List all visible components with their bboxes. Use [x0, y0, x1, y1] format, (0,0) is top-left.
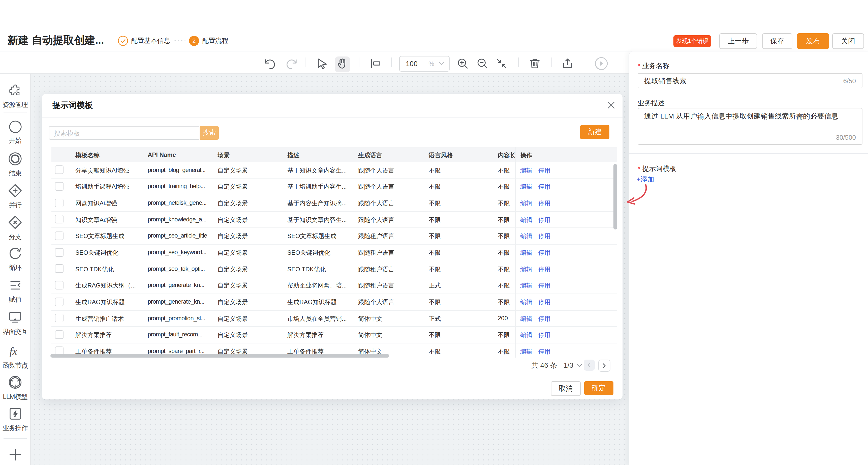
svg-text:fx: fx — [9, 345, 18, 357]
